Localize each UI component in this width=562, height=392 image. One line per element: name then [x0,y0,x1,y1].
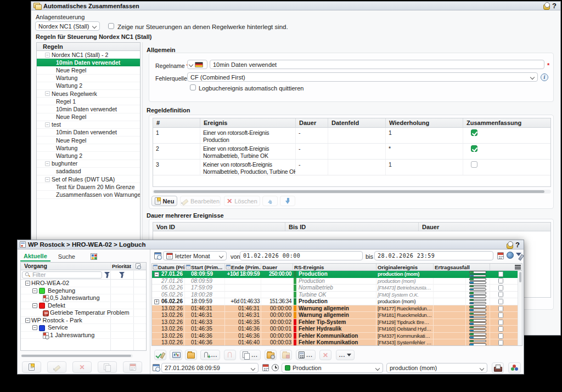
col-start[interactable]: Start (Prim... [185,264,225,270]
bis-input[interactable]: 28.02.2026 23:59 [374,251,493,260]
export-colored-button[interactable] [508,362,521,373]
acknowledge-button[interactable] [154,350,166,360]
vorgang-tree-item[interactable]: − HRO-WEA-02 [21,280,146,287]
globe-icon[interactable] [507,252,514,259]
table-view-icon[interactable] [91,253,97,260]
move-down-button[interactable] [280,196,295,206]
vorgang-tree-item[interactable]: 1 Jahreswartung [21,332,146,339]
log-row[interactable]: +06.02.26 18:09:59 +6d 01:46:33 151:36:3… [152,298,522,305]
clock-icon[interactable] [272,364,279,371]
alarm-icon[interactable] [506,241,514,248]
tree-expand-icon[interactable]: − [25,281,30,286]
log-row[interactable]: 13.02.26 01:46:35 01:46:36 00:00:01 Fehl… [152,326,522,333]
col-check[interactable] [490,264,512,270]
help-icon[interactable]: ? [515,241,520,249]
calendar-export-icon[interactable] [262,364,269,371]
calculate-button[interactable]: ... [296,350,316,360]
calendar-clock-icon[interactable] [153,364,160,371]
vorgang-export-button[interactable] [123,361,142,373]
col-dauer[interactable]: Dauer [296,118,328,127]
log-row[interactable]: −27.01.26 08:09:59 +10d 18:09:59 250:00:… [152,271,522,278]
row-checkbox[interactable] [498,340,503,345]
zusammenfassung-checkbox[interactable] [471,161,477,168]
calendar-export-icon[interactable] [497,252,504,259]
regeldefinition-hscrollbar[interactable] [153,190,551,194]
col-von-id[interactable]: Von ID [153,223,285,231]
vorgang-tree-item[interactable]: − Begehung [21,287,146,295]
filter-input[interactable]: Filter [22,271,102,279]
disabled-tool-button[interactable] [280,350,292,360]
tree-expand-icon[interactable]: − [45,122,50,127]
rule-tree-item[interactable]: − Neues Regelwerk [37,90,140,98]
tree-expand-icon[interactable]: − [32,303,37,308]
row-checkbox[interactable] [498,333,503,339]
panel-splitter[interactable] [150,249,150,374]
col-gauge[interactable] [466,264,490,270]
log-vscrollbar[interactable] [518,271,522,345]
col-bis-id[interactable]: Bis ID [285,223,419,231]
row-checkbox[interactable] [498,292,503,297]
von-input[interactable]: 01.02.2026 00:00 [240,251,363,260]
row-checkbox[interactable] [498,271,503,277]
more-menu-button[interactable]: ... [336,350,355,360]
vorgang-new-button[interactable] [22,361,41,373]
tab-aktuelle[interactable]: Aktuelle [20,252,50,262]
neu-button[interactable]: Neu [151,196,177,206]
zusammenfassung-checkbox[interactable] [471,129,477,136]
rule-tree-item[interactable]: 10min Daten verwendet [37,129,140,137]
rule-tree-item[interactable]: Neue Regel [37,113,140,121]
column-menu-button[interactable] [512,264,522,270]
log-row[interactable]: 13.02.26 01:46:31 01:46:31 00:00:00 Warn… [152,312,522,319]
filter-funnel-icon[interactable] [104,271,111,279]
event-select[interactable]: Production [282,363,383,373]
vorgang-hscrollbar[interactable] [21,354,133,357]
tree-expand-icon[interactable]: − [45,177,50,182]
chart-button[interactable] [170,350,182,360]
col-dauer2[interactable]: Dauer [419,223,552,231]
language-select[interactable] [187,60,207,69]
anlagensteuerung-select[interactable]: Nordex NC1 (Stall) [35,21,100,31]
tree-expand-icon[interactable]: − [45,161,50,166]
move-up-button[interactable] [262,196,278,206]
help-icon[interactable]: ? [552,2,557,10]
col-datum[interactable]: Datum (Pri... [152,264,185,270]
info-icon[interactable]: i [541,73,548,81]
col-ende[interactable]: Ende (Prim... [225,264,261,270]
vorgang-tree-item[interactable]: − Defekt [21,302,146,310]
rule-tree-item[interactable]: 10min Daten verwendet [37,59,140,66]
alarm-icon[interactable] [543,2,550,9]
tab-suche[interactable]: Suche [55,252,78,261]
col-wiederholung[interactable]: Wiederholung [386,118,463,127]
rule-tree-item[interactable]: − Set of Rules (DWT USA) [37,175,140,183]
priority-funnel-icon[interactable] [119,271,126,279]
log-row[interactable]: 13.02.26 01:46:36 01:46:36 00:00:00 Fehl… [152,333,522,340]
detach-button[interactable] [224,350,236,360]
rule-tree-item[interactable]: Neue Regel [37,66,140,74]
rule-tree-item[interactable]: Zusammenfassen von Warnungen un [37,191,140,198]
col-datenfeld[interactable]: Datenfeld [328,118,386,127]
col-originalereignis[interactable]: Originalereignis [376,264,434,270]
row-checkbox[interactable] [498,278,503,283]
col-ereignis[interactable]: Ereignis [200,118,296,127]
col-filter-icon[interactable] [133,263,146,270]
orig-event-select[interactable]: production (mom) [386,363,487,373]
show-only-checkbox[interactable] [108,23,114,29]
auto-quit-checkbox[interactable] [190,84,196,90]
regeldefinition-row[interactable]: 3 Keiner von rotorsoft-EreignisNormalbet… [153,160,550,175]
row-checkbox[interactable] [498,306,503,311]
vorgang-edit-button[interactable] [47,361,66,373]
calendar-clock-icon[interactable] [154,252,161,259]
tree-expand-icon[interactable]: − [32,288,37,293]
row-checkbox[interactable] [498,326,503,332]
rule-tree-item[interactable]: Wartung [37,75,140,82]
col-num[interactable]: # [153,118,200,127]
row-expand-icon[interactable]: + [154,299,159,304]
rule-tree-item[interactable]: Wartung 2 [37,152,140,160]
datetime-select[interactable]: 27.01.2026 08:09:59 [161,363,258,373]
row-expand-icon[interactable]: − [154,272,159,277]
col-vorgang[interactable]: Vorgang [21,263,110,270]
zusammenfassung-checkbox[interactable] [471,145,477,152]
vorgang-delete-button[interactable]: ✕ [72,361,92,373]
regeldefinition-row[interactable]: 2 Einer von rotorsoft-EreignisNormalbetr… [153,144,550,160]
row-checkbox[interactable] [498,285,503,291]
